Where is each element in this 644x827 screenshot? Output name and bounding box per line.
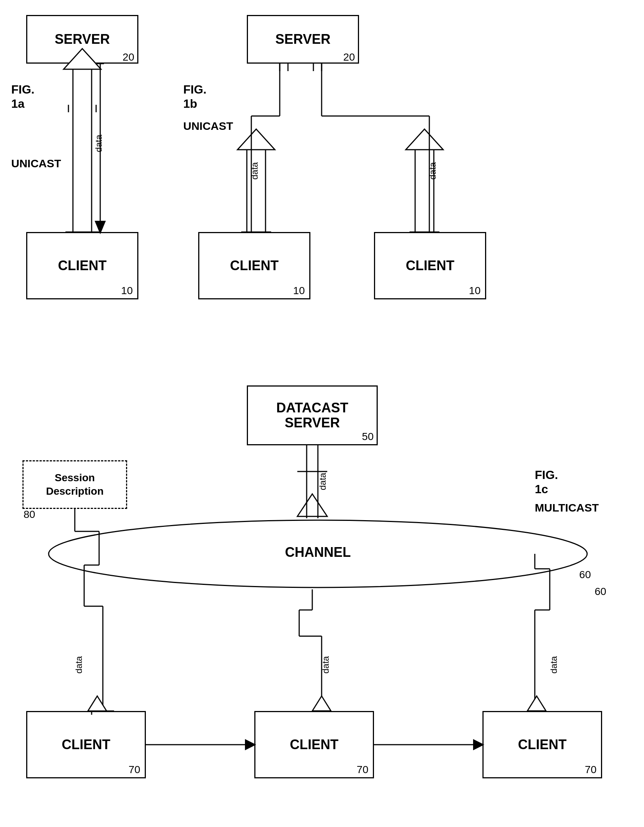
fig1c-client3-box: CLIENT 70 bbox=[482, 711, 602, 779]
svg-text:CHANNEL: CHANNEL bbox=[285, 545, 351, 560]
fig1c-client1-box: CLIENT 70 bbox=[26, 711, 146, 779]
svg-text:data: data bbox=[74, 656, 84, 674]
fig1a-caption: UNICAST bbox=[11, 157, 61, 170]
fig1a-server-label: SERVER bbox=[54, 32, 110, 47]
fig1b-client1-ref: 10 bbox=[293, 285, 305, 297]
fig1b-client2-ref: 10 bbox=[469, 285, 481, 297]
fig1a-fig-label: FIG.1a bbox=[11, 82, 34, 111]
svg-marker-20 bbox=[406, 129, 443, 150]
fig1c-session-ref: 80 bbox=[23, 509, 35, 521]
fig1b-client2-label: CLIENT bbox=[406, 258, 454, 273]
fig1c-client1-ref: 70 bbox=[129, 764, 140, 776]
svg-marker-36 bbox=[297, 494, 327, 516]
fig1c-server-label: DATACASTSERVER bbox=[276, 400, 348, 430]
fig1c-channel-ref: 60 bbox=[579, 569, 591, 581]
fig1c-client1-label: CLIENT bbox=[62, 737, 110, 752]
svg-marker-48 bbox=[88, 696, 107, 711]
svg-marker-16 bbox=[238, 129, 275, 150]
fig1b-fig-label: FIG.1b bbox=[183, 82, 207, 111]
fig1c-client2-ref: 70 bbox=[357, 764, 369, 776]
fig1c-client2-box: CLIENT 70 bbox=[254, 711, 374, 779]
fig1a-client-label: CLIENT bbox=[58, 258, 107, 273]
fig1c-client3-ref: 70 bbox=[585, 764, 596, 776]
fig1c-client3-label: CLIENT bbox=[518, 737, 566, 752]
fig1b-client1-label: CLIENT bbox=[230, 258, 278, 273]
fig1b-client2-box: CLIENT 10 bbox=[374, 232, 486, 300]
fig1a-client-box: CLIENT 10 bbox=[26, 232, 138, 300]
fig1b-server-box: SERVER 20 bbox=[247, 15, 359, 64]
svg-text:data: data bbox=[317, 473, 328, 490]
fig1b-server-label: SERVER bbox=[275, 32, 330, 47]
svg-marker-63 bbox=[527, 696, 546, 711]
fig1c-client2-label: CLIENT bbox=[290, 737, 338, 752]
fig1a-server-ref: 20 bbox=[123, 51, 134, 63]
fig1c-fig-label: FIG.1c bbox=[535, 468, 558, 496]
svg-text:data: data bbox=[549, 656, 559, 674]
fig1c-server-box: DATACASTSERVER 50 bbox=[247, 385, 378, 445]
fig1c-caption: MULTICAST bbox=[535, 501, 599, 514]
svg-text:data: data bbox=[320, 656, 331, 674]
fig1b-caption: UNICAST bbox=[183, 120, 233, 133]
fig1a-server-box: SERVER 20 bbox=[26, 15, 138, 64]
svg-text:data: data bbox=[428, 162, 437, 179]
fig1c-session-label: SessionDescription bbox=[46, 471, 104, 498]
fig1a-data-label: data bbox=[93, 135, 104, 152]
svg-marker-55 bbox=[312, 696, 331, 711]
fig1c-channel-container: CHANNEL 60 bbox=[37, 516, 598, 591]
svg-text:data: data bbox=[249, 162, 260, 179]
fig1b-server-ref: 20 bbox=[343, 51, 355, 63]
fig1c-server-ref: 50 bbox=[362, 431, 373, 443]
fig1b-client1-box: CLIENT 10 bbox=[198, 232, 310, 300]
fig1a-client-ref: 10 bbox=[121, 285, 133, 297]
fig1c-session-box: SessionDescription 80 bbox=[22, 460, 127, 509]
